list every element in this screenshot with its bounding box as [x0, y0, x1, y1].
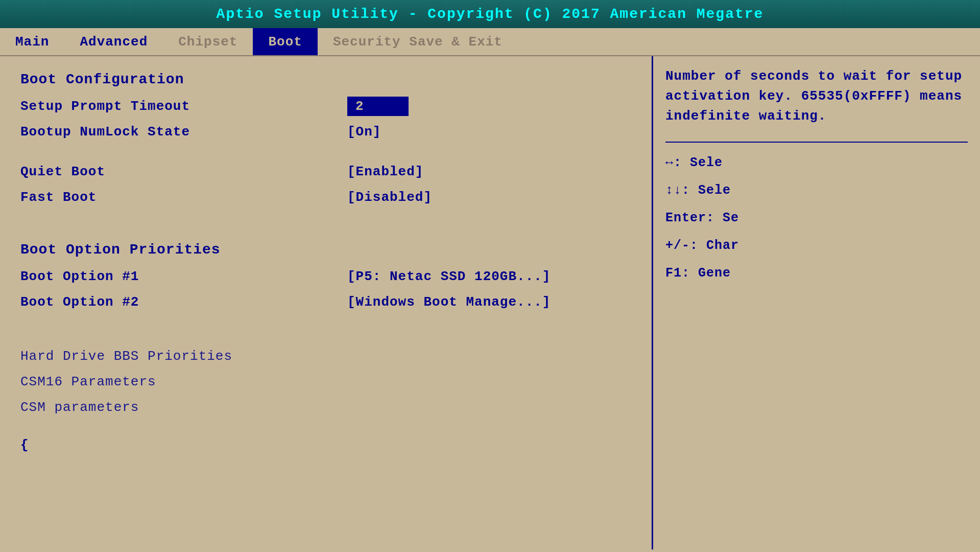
- setup-prompt-timeout-label: Setup Prompt Timeout: [20, 99, 347, 114]
- menu-item-advanced[interactable]: Advanced: [64, 28, 163, 55]
- bootup-numlock-value[interactable]: [On]: [347, 124, 381, 140]
- sidebar: Number of seconds to wait for setup acti…: [653, 56, 980, 549]
- title-bar: Aptio Setup Utility - Copyright (C) 2017…: [0, 0, 980, 28]
- fast-boot-row[interactable]: Fast Boot [Disabled]: [20, 188, 631, 207]
- menu-item-chipset[interactable]: Chipset: [163, 28, 253, 55]
- bootup-numlock-row[interactable]: Bootup NumLock State [On]: [20, 122, 631, 142]
- key-help-f1: F1: Gene: [665, 263, 968, 284]
- boot-configuration-title: Boot Configuration: [20, 72, 631, 87]
- quiet-boot-value[interactable]: [Enabled]: [347, 164, 423, 179]
- sidebar-divider: [665, 142, 968, 143]
- boot-option-2-row[interactable]: Boot Option #2 [Windows Boot Manage...]: [20, 292, 631, 312]
- menu-item-boot[interactable]: Boot: [253, 28, 317, 55]
- sidebar-help-text: Number of seconds to wait for setup acti…: [665, 66, 968, 126]
- hard-drive-bbs-row[interactable]: Hard Drive BBS Priorities: [20, 347, 631, 366]
- title-text: Aptio Setup Utility - Copyright (C) 2017…: [217, 6, 764, 22]
- csm16-row[interactable]: CSM16 Parameters: [20, 372, 631, 392]
- boot-option-1-label: Boot Option #1: [20, 269, 347, 284]
- csm-params-label: CSM parameters: [20, 400, 347, 415]
- menu-item-security-exit[interactable]: Security Save & Exit: [318, 28, 518, 55]
- menu-bar: Main Advanced Chipset Boot Security Save…: [0, 28, 980, 56]
- boot-configuration-section: Boot Configuration Setup Prompt Timeout …: [20, 72, 631, 142]
- boot-options-section: Quiet Boot [Enabled] Fast Boot [Disabled…: [20, 162, 631, 207]
- bootup-numlock-label: Bootup NumLock State: [20, 124, 347, 140]
- key-help-arrows-ud: ↕↓: Sele: [665, 180, 968, 201]
- fast-boot-label: Fast Boot: [20, 190, 347, 205]
- menu-item-main[interactable]: Main: [0, 28, 64, 55]
- boot-option-2-value[interactable]: [Windows Boot Manage...]: [347, 294, 551, 310]
- key-help-enter: Enter: Se: [665, 208, 968, 228]
- csm-params-row[interactable]: CSM parameters: [20, 398, 631, 417]
- boot-option-priorities-title: Boot Option Priorities: [20, 242, 631, 258]
- cursor-indicator: {: [20, 438, 631, 453]
- fast-boot-value[interactable]: [Disabled]: [347, 190, 432, 205]
- setup-prompt-timeout-value[interactable]: 2: [347, 97, 409, 116]
- quiet-boot-row[interactable]: Quiet Boot [Enabled]: [20, 162, 631, 181]
- boot-option-1-row[interactable]: Boot Option #1 [P5: Netac SSD 120GB...]: [20, 267, 631, 286]
- bbs-csm-section: Hard Drive BBS Priorities CSM16 Paramete…: [20, 347, 631, 417]
- quiet-boot-label: Quiet Boot: [20, 164, 347, 179]
- key-help-plusminus: +/-: Char: [665, 236, 968, 256]
- setup-prompt-timeout-row[interactable]: Setup Prompt Timeout 2: [20, 97, 631, 116]
- key-help-arrows-lr: ↔: Sele: [665, 153, 968, 173]
- boot-option-2-label: Boot Option #2: [20, 294, 347, 310]
- csm16-label: CSM16 Parameters: [20, 374, 347, 389]
- boot-priorities-section: Boot Option Priorities Boot Option #1 [P…: [20, 242, 631, 312]
- hard-drive-bbs-label: Hard Drive BBS Priorities: [20, 349, 347, 364]
- main-content: Boot Configuration Setup Prompt Timeout …: [0, 56, 653, 549]
- boot-option-1-value[interactable]: [P5: Netac SSD 120GB...]: [347, 269, 551, 284]
